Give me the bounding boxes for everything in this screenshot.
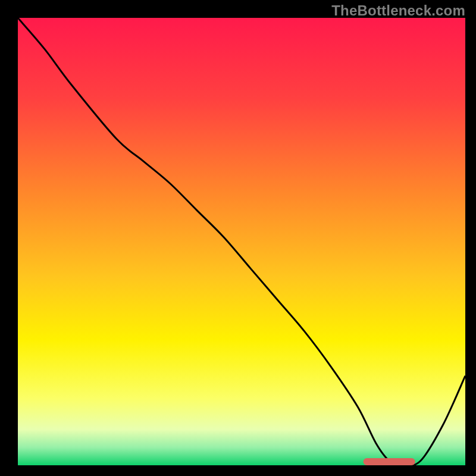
watermark-text: TheBottleneck.com bbox=[331, 2, 465, 19]
chart-frame: TheBottleneck.com bbox=[0, 0, 476, 476]
bottleneck-curve bbox=[18, 18, 465, 465]
plot-area bbox=[18, 18, 465, 465]
chart-svg bbox=[18, 18, 465, 465]
